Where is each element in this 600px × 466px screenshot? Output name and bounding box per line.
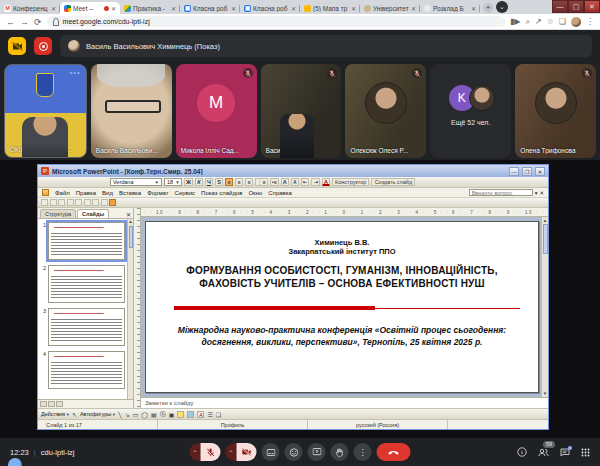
textbox-tool-icon[interactable]: ▤ bbox=[151, 411, 157, 418]
participants-button[interactable]: 59 bbox=[538, 448, 549, 457]
numbering-button[interactable]: ⋮≡ bbox=[255, 178, 268, 186]
video-tile-mykola[interactable]: M Микола Ілліч Сад... bbox=[176, 64, 257, 158]
outline-tab[interactable]: Структура bbox=[40, 209, 76, 218]
increase-font-button[interactable]: A bbox=[281, 178, 289, 186]
slide-thumbnail-3[interactable]: 3 bbox=[40, 308, 125, 346]
menu-tools[interactable]: Сервис bbox=[175, 190, 196, 196]
leave-call-button[interactable] bbox=[377, 443, 411, 461]
video-tile-vasyl-vasylovych[interactable]: Василь Васильови... bbox=[91, 64, 172, 158]
video-tile-okippo[interactable]: ••• ОКІППО Тернопіль... bbox=[4, 64, 87, 158]
align-left-button[interactable]: ≡ bbox=[225, 178, 233, 186]
screen-share-banner[interactable]: Василь Васильович Химинець (Показ) bbox=[60, 35, 592, 57]
tab-search-menu-button[interactable]: ⌄ bbox=[496, 1, 508, 13]
thumbnails-scrollbar[interactable]: ▲ bbox=[127, 219, 133, 399]
video-tile-vasyl-haida[interactable]: Василь Гайда bbox=[261, 64, 342, 158]
tab-close-icon[interactable]: ✕ bbox=[411, 5, 416, 12]
tab-drive[interactable]: Практика - ✕ bbox=[120, 2, 180, 14]
normal-view-button[interactable] bbox=[40, 401, 47, 407]
align-center-button[interactable]: ≡ bbox=[235, 178, 243, 186]
menu-insert[interactable]: Вставка bbox=[119, 190, 141, 196]
font-color-button-2[interactable]: A bbox=[197, 411, 204, 418]
dropdown-icon[interactable]: ▾ bbox=[535, 190, 538, 196]
bookmark-star-icon[interactable]: ☆ bbox=[547, 17, 554, 26]
copy-button[interactable] bbox=[101, 199, 108, 206]
tab-close-icon[interactable]: ✕ bbox=[471, 5, 476, 12]
slide-sorter-view-button[interactable] bbox=[48, 401, 55, 407]
back-icon[interactable]: ← bbox=[6, 17, 15, 27]
video-tile-oleksiuk[interactable]: Олексюк Олеся Р... bbox=[345, 64, 426, 158]
shadow-style-icon[interactable]: ❏ bbox=[216, 411, 221, 418]
tab-close-icon[interactable]: ✕ bbox=[351, 5, 356, 12]
menu-edit[interactable]: Правка bbox=[76, 190, 96, 196]
wordart-tool-icon[interactable]: Ⓐ bbox=[160, 410, 166, 419]
more-options-button[interactable]: ⋮ bbox=[354, 443, 372, 461]
profile-avatar[interactable] bbox=[571, 17, 581, 27]
forward-icon[interactable]: → bbox=[20, 17, 29, 27]
align-right-button[interactable]: ≡ bbox=[245, 178, 253, 186]
meeting-details-button[interactable] bbox=[517, 447, 527, 457]
browser-menu-icon[interactable]: ⋮ bbox=[586, 17, 594, 26]
tab-close-icon[interactable]: ✕ bbox=[291, 5, 296, 12]
address-bar[interactable]: meet.google.com/cdu-ipti-izj bbox=[47, 16, 505, 27]
zoom-icon[interactable]: ⌕ bbox=[525, 17, 529, 27]
decrease-font-button[interactable]: A bbox=[291, 178, 299, 186]
menu-file[interactable]: Файл bbox=[55, 190, 70, 196]
close-icon[interactable]: ✕ bbox=[539, 190, 544, 196]
share-icon[interactable]: ↗ bbox=[535, 17, 542, 26]
raise-hand-button[interactable] bbox=[331, 443, 349, 461]
menu-help[interactable]: Справка bbox=[268, 190, 292, 196]
tab-close-icon[interactable]: ✕ bbox=[171, 5, 176, 12]
new-slide-button[interactable]: Создать слайд bbox=[371, 178, 415, 186]
open-button[interactable] bbox=[50, 199, 57, 206]
maximize-button[interactable]: ▢ bbox=[568, 0, 584, 13]
reactions-button[interactable] bbox=[285, 443, 303, 461]
slide-scrollbar[interactable]: ▲▼ bbox=[541, 217, 548, 397]
new-tab-button[interactable]: + bbox=[483, 3, 493, 13]
font-color-button[interactable]: A bbox=[322, 178, 330, 186]
new-button[interactable] bbox=[41, 199, 48, 206]
app-menu-icon[interactable] bbox=[42, 189, 49, 196]
captions-button[interactable] bbox=[262, 443, 280, 461]
line-style-icon[interactable]: ☰ bbox=[207, 411, 212, 418]
notes-pane[interactable]: Заметки к слайду bbox=[141, 397, 548, 408]
close-button[interactable]: ✕ bbox=[584, 0, 600, 13]
fill-color-button[interactable] bbox=[177, 411, 184, 418]
font-size-combo[interactable]: 18▼ bbox=[164, 178, 182, 186]
ask-question-input[interactable] bbox=[469, 189, 533, 196]
spelling-button[interactable] bbox=[84, 199, 91, 206]
tab-close-icon[interactable]: ✕ bbox=[111, 5, 116, 12]
menu-format[interactable]: Формат bbox=[147, 190, 168, 196]
present-button[interactable] bbox=[308, 443, 326, 461]
camera-options-chevron[interactable]: ⌃ bbox=[226, 443, 237, 461]
arrow-tool-icon[interactable]: ↘ bbox=[125, 411, 130, 418]
chat-button[interactable] bbox=[560, 448, 570, 457]
shadow-button[interactable]: S bbox=[215, 178, 223, 186]
slide-canvas[interactable]: Химинець В.В. Закарпатський інститут ППО… bbox=[145, 221, 539, 393]
tab-meet-active[interactable]: Meet – ✕ bbox=[60, 2, 120, 14]
underline-button[interactable]: Ч bbox=[205, 178, 213, 186]
bullets-button[interactable]: •≡ bbox=[270, 178, 279, 186]
recording-indicator-icon[interactable] bbox=[34, 37, 52, 55]
camera-off-button[interactable] bbox=[237, 443, 257, 461]
floating-avatar-bubble[interactable] bbox=[8, 458, 22, 466]
mic-off-button[interactable] bbox=[201, 443, 221, 461]
tab-classroom-1[interactable]: ▣ Класна роб ✕ bbox=[180, 2, 240, 14]
menu-slideshow[interactable]: Показ слайдов bbox=[201, 190, 242, 196]
draw-actions-menu[interactable]: Действия ▾ bbox=[41, 411, 69, 417]
oval-tool-icon[interactable]: ◯ bbox=[141, 411, 148, 418]
panel-close-icon[interactable]: ✕ bbox=[126, 211, 131, 218]
tab-classroom-2[interactable]: ▣ Класна роб ✕ bbox=[240, 2, 300, 14]
mic-options-chevron[interactable]: ⌃ bbox=[190, 443, 201, 461]
decrease-indent-button[interactable]: ⇤ bbox=[301, 178, 310, 186]
camera-off-warning-icon[interactable] bbox=[8, 37, 26, 55]
preview-button[interactable] bbox=[75, 199, 82, 206]
media-control-icon[interactable]: ▮▶ bbox=[510, 17, 521, 26]
reload-icon[interactable]: ⟳ bbox=[34, 17, 42, 27]
tab-close-icon[interactable]: ✕ bbox=[51, 5, 56, 12]
tab-university[interactable]: Університет ✕ bbox=[360, 2, 420, 14]
slide-thumbnail-1[interactable]: 1 bbox=[40, 222, 125, 260]
print-button[interactable] bbox=[67, 199, 74, 206]
autoshapes-menu[interactable]: Автофигуры ▾ bbox=[80, 411, 115, 417]
save-button[interactable] bbox=[58, 199, 65, 206]
italic-button[interactable]: К bbox=[195, 178, 203, 186]
